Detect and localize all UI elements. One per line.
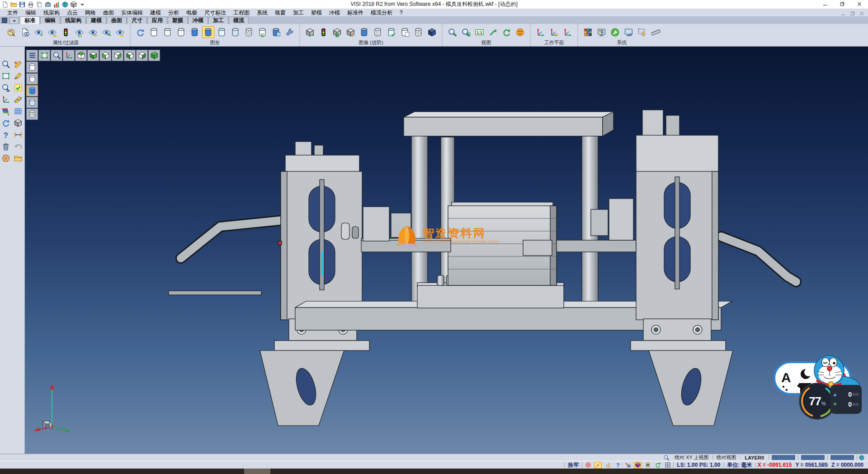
confirm-check-icon[interactable] xyxy=(13,82,24,93)
cube-bottom-icon[interactable] xyxy=(87,50,99,61)
eye-add-icon[interactable]: + xyxy=(33,26,45,38)
cylinder-hatched-icon[interactable] xyxy=(26,109,38,120)
cube-shaded-icon[interactable] xyxy=(426,26,438,38)
ucs-axes-icon[interactable] xyxy=(0,94,12,105)
regen-refresh-icon[interactable] xyxy=(0,117,12,128)
cylinder-shaded-icon[interactable] xyxy=(26,85,38,96)
app-copy-page-icon[interactable] xyxy=(36,1,43,8)
workplane-align-icon[interactable] xyxy=(561,26,574,38)
cube-front-icon[interactable] xyxy=(99,50,111,61)
zoom-dynamic-icon[interactable]: + xyxy=(446,26,458,38)
mdi-close-icon[interactable] xyxy=(859,10,864,15)
erase-pencil-icon[interactable] xyxy=(13,58,24,70)
cylinder-hidden-line-icon[interactable] xyxy=(161,26,174,38)
menu-item-0[interactable]: 文件 xyxy=(4,9,22,16)
workplane-edit-icon[interactable] xyxy=(548,26,560,38)
snap-point-icon[interactable] xyxy=(624,462,632,469)
traffic-light-icon[interactable] xyxy=(60,26,72,38)
workplane-axes-icon[interactable] xyxy=(534,26,547,38)
menu-item-15[interactable]: 塑模 xyxy=(307,9,326,16)
view-mode-label[interactable]: 绝对 XY 上视图 xyxy=(671,454,712,461)
undo-icon[interactable] xyxy=(13,141,24,152)
cylinder-flat-icon[interactable] xyxy=(26,97,38,108)
menu-item-17[interactable]: 标准件 xyxy=(344,9,367,16)
solid-cube-icon[interactable] xyxy=(13,117,24,128)
cube-right-icon[interactable] xyxy=(136,50,148,61)
ribbon-tab-6[interactable]: 应用 xyxy=(147,17,167,24)
cube-back-icon[interactable] xyxy=(112,50,123,61)
cube-iso-icon[interactable] xyxy=(148,50,160,61)
cylinder-page-icon[interactable] xyxy=(399,26,411,38)
menu-item-2[interactable]: 线架构 xyxy=(40,9,63,16)
app-snapshot-icon[interactable] xyxy=(44,1,52,8)
zoom-window-icon[interactable] xyxy=(460,26,472,38)
snap-hand-icon[interactable] xyxy=(604,462,612,469)
units-label[interactable]: 单位: 毫米 xyxy=(724,461,755,469)
cylinder-check-icon[interactable] xyxy=(385,26,397,38)
mdi-minimize-icon[interactable] xyxy=(841,10,846,15)
attributes-palette-icon[interactable] xyxy=(0,105,12,117)
cube-traffic-icon[interactable] xyxy=(317,26,330,38)
cube-left-icon[interactable] xyxy=(124,50,136,61)
auto-rotate-icon[interactable]: + xyxy=(654,462,661,469)
zoom-1to1-icon[interactable]: 1:1 xyxy=(473,26,486,38)
eye-refresh-icon[interactable] xyxy=(73,26,85,38)
app-open-folder-icon[interactable] xyxy=(10,1,17,8)
tab-dropdown-button[interactable] xyxy=(9,18,19,24)
cube-plusminus-icon[interactable]: +/- xyxy=(344,26,357,38)
menu-item-3[interactable]: 点云 xyxy=(63,9,81,16)
viewport-3d[interactable]: 智造资料网 INTELLIGENT MANUFACTURING DATA xyxy=(25,47,868,454)
view-face-icon[interactable] xyxy=(514,26,526,38)
delete-trash-icon[interactable] xyxy=(0,141,12,152)
cylinder-shaded-edges-icon[interactable] xyxy=(202,26,214,38)
cylinder-dashed-icon[interactable] xyxy=(175,26,187,38)
layer-label[interactable]: LAYER0 xyxy=(741,455,769,460)
eye-remove-icon[interactable] xyxy=(46,26,58,38)
app-chart-icon[interactable] xyxy=(53,1,60,8)
restore-button[interactable] xyxy=(834,0,851,9)
zoom-scale-icon[interactable]: ± xyxy=(0,82,12,93)
absolute-view-label[interactable]: 绝对视图 xyxy=(713,454,740,461)
globe-icon[interactable] xyxy=(859,455,865,461)
menu-item-18[interactable]: 模流分析 xyxy=(367,9,396,16)
ribbon-tab-0[interactable]: 标准 xyxy=(20,16,40,24)
sketch-pencil-icon[interactable] xyxy=(13,70,24,81)
taskbar-strip[interactable] xyxy=(0,469,868,474)
menu-item-19[interactable]: ? xyxy=(396,9,406,16)
cube-add-icon[interactable]: + xyxy=(304,26,316,38)
page-eye-icon[interactable] xyxy=(19,26,31,38)
ribbon-tab-2[interactable]: 线架构 xyxy=(61,17,86,24)
snap-grid-icon[interactable] xyxy=(584,462,592,469)
cylinder-transparent-icon[interactable] xyxy=(216,26,228,38)
zoom-arrow-icon[interactable] xyxy=(487,26,499,38)
menu-item-12[interactable]: 系统 xyxy=(253,9,271,16)
cube-top-icon[interactable] xyxy=(75,50,87,61)
eye-plusminus-icon[interactable]: +/- xyxy=(87,26,99,38)
menu-item-6[interactable]: 实体编辑 xyxy=(118,9,146,16)
display-settings-icon[interactable] xyxy=(595,26,608,38)
menu-item-7[interactable]: 建模 xyxy=(146,9,165,16)
ribbon-tab-5[interactable]: 尺寸 xyxy=(127,17,147,24)
cylinder-hatched-icon[interactable] xyxy=(243,26,255,38)
menu-item-10[interactable]: 尺寸标注 xyxy=(201,9,230,16)
ribbon-tab-9[interactable]: 加工 xyxy=(208,17,228,24)
cad-model[interactable] xyxy=(25,47,868,454)
ribbon-tab-8[interactable]: 冲模 xyxy=(188,17,208,24)
menu-item-9[interactable]: 电极 xyxy=(183,9,201,16)
hide-all-icon[interactable] xyxy=(114,26,126,38)
ribbon-tab-4[interactable]: 曲面 xyxy=(107,17,127,24)
cylinder-hidden-line-icon[interactable] xyxy=(26,73,38,85)
render-settings-icon[interactable] xyxy=(283,26,296,38)
grid-plane-icon[interactable] xyxy=(13,105,24,117)
ribbon-tab-3[interactable]: 建模 xyxy=(86,17,106,24)
menu-item-11[interactable]: 工程图 xyxy=(230,9,253,16)
app-save-icon[interactable] xyxy=(19,1,26,8)
cylinder-wireframe-icon[interactable] xyxy=(148,26,160,38)
selection-filter-icon[interactable] xyxy=(636,26,648,38)
selection-box-icon[interactable] xyxy=(0,70,12,81)
layer-list-icon[interactable] xyxy=(644,462,651,469)
close-button[interactable] xyxy=(851,0,868,9)
cylinder-striped-icon[interactable] xyxy=(372,26,384,38)
system-tools-icon[interactable] xyxy=(609,26,621,38)
fit-view-icon[interactable] xyxy=(38,50,50,61)
